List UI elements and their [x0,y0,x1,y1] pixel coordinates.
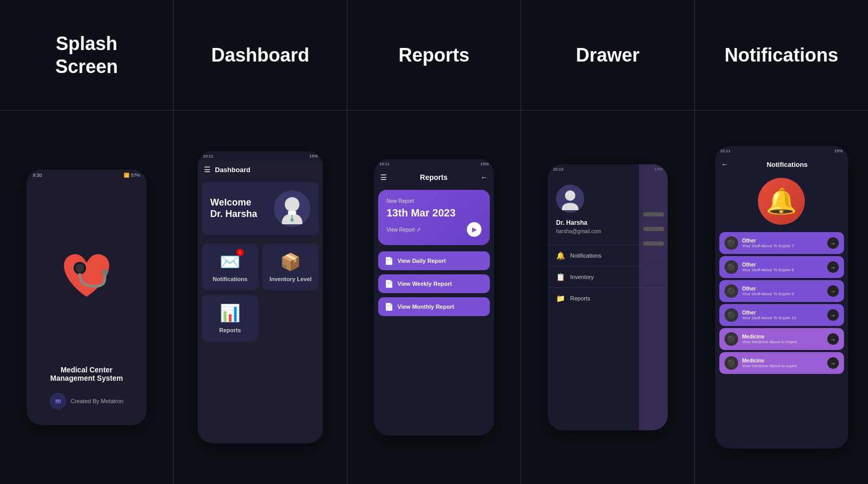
notif-phone-time: 10:11 [720,149,731,153]
heart-stethoscope-icon [53,245,120,312]
svg-point-2 [102,269,108,275]
notif-arrow-8[interactable]: → [827,261,839,273]
notif-title-9: Other [742,286,823,292]
reports-title: Reports [420,173,448,182]
dashboard-welcome-card: Welcome Dr. Harsha [202,182,319,235]
hamburger-icon[interactable]: ☰ [204,165,211,174]
splash-footer: m Created By Metatron [50,393,124,409]
weekly-report-button[interactable]: 📄 View Weekly Report [378,274,490,293]
splash-cell: 9:30 📶 57% M [0,111,174,484]
dashboard-card-inventory[interactable]: 📦 Inventory Level [262,244,319,291]
doctor-avatar [274,190,310,227]
reports-time: 10:11 [379,162,390,166]
drawer-doctor-email: harsha@gmail.com [556,228,601,234]
doctor-avatar-svg [276,193,308,224]
splash-app-title: Medical Center Management System [50,366,123,382]
splash-icon-area [53,191,120,366]
reports-icon: 📊 [220,303,240,323]
content-row: 9:30 📶 57% M [0,111,868,484]
header-drawer: Drawer [521,0,695,110]
notification-item-medicine-2[interactable]: ⚫ Medicine Your Medicine About to expire… [719,352,844,374]
notif-avatar-9: ⚫ [725,284,738,298]
header-splash-label: SplashScreen [55,32,118,77]
dashboard-time: 10:11 [203,154,213,159]
splash-statusbar: 9:30 📶 57% [27,170,147,181]
notifications-card-label: Notifications [213,276,248,282]
dashboard-topbar: ☰ Dashboard [198,161,323,178]
notif-text-8: Other Your Stuff About To Expire 8 [742,262,823,272]
notifications-list: ⚫ Other Your Stuff About To Expire 7 → ⚫… [715,230,848,449]
welcome-heading: Welcome Dr. Harsha [210,197,257,220]
notif-phone-battery: 15% [834,149,842,153]
notification-item-10[interactable]: ⚫ Other Your Stuff About To Expire 10 → [719,304,844,326]
monthly-report-icon: 📄 [384,302,393,311]
dashboard-cell: 10:11 15% ☰ Dashboard Welcome Dr. Harsha [174,111,347,484]
daily-report-button[interactable]: 📄 View Daily Report [378,251,490,270]
monthly-report-label: View Monthly Report [397,304,454,310]
reports-phone: 10:11 15% ☰ Reports ← New Report 13th Ma… [374,159,494,435]
notifications-phone: 10:11 15% ← Notifications 🔔 ⚫ Other Your… [715,146,848,449]
bell-icon-circle: 🔔 [758,178,805,225]
notifications-back-button[interactable]: ← [721,160,729,168]
notif-avatar-10: ⚫ [725,308,738,322]
notif-text-9: Other Your Stuff About To Expire 9 [742,286,823,296]
splash-time: 9:30 [33,173,42,178]
splash-phone: 9:30 📶 57% M [27,170,147,425]
notif-text-med2: Medicine Your Medicine About to expire [742,358,823,368]
notif-sub-med2: Your Medicine About to expire [742,364,823,368]
notif-sub-7: Your Stuff About To Expire 7 [742,244,823,248]
header-row: SplashScreen Dashboard Reports Drawer No… [0,0,868,111]
splash-icons: 📶 57% [124,173,140,178]
dashboard-statusbar: 10:11 15% [198,151,323,161]
drawer-cell: 10:12 13% Dr. Harsha harsha@gmail.com 🔔 … [521,111,695,484]
notif-arrow-med2[interactable]: → [827,357,839,369]
splash-body: Medical Center Management System m Creat… [27,181,147,425]
dashboard-card-reports[interactable]: 📊 Reports [202,295,258,342]
view-report-link[interactable]: View Report ↗ [387,227,420,233]
inventory-card-label: Inventory Level [270,276,312,282]
header-dashboard-label: Dashboard [211,44,309,66]
dashboard-title: Dashboard [215,166,250,174]
play-button[interactable]: ▶ [467,222,481,237]
notifications-screen-title: Notifications [733,161,842,168]
back-arrow-icon[interactable]: ← [480,173,488,182]
report-date: 13th Mar 2023 [387,207,481,219]
notif-text-7: Other Your Stuff About To Expire 7 [742,238,823,248]
drawer-phone: 10:12 13% Dr. Harsha harsha@gmail.com 🔔 … [548,164,668,430]
reports-cell: 10:11 15% ☰ Reports ← New Report 13th Ma… [347,111,521,484]
notif-arrow-7[interactable]: → [827,237,839,249]
monthly-report-button[interactable]: 📄 View Monthly Report [378,297,490,316]
header-splash: SplashScreen [0,0,174,110]
header-reports-label: Reports [399,44,469,66]
drawer-doctor-avatar [556,185,584,213]
svg-point-1 [76,264,84,272]
weekly-report-icon: 📄 [384,280,393,288]
notif-sub-med1: Your Medicine About to expire [742,340,823,344]
drawer-overlay [639,164,668,430]
notification-item-9[interactable]: ⚫ Other Your Stuff About To Expire 9 → [719,280,844,302]
menu-icon[interactable]: ☰ [380,173,387,182]
notif-text-10: Other Your Stuff About To Expire 10 [742,310,823,320]
splash-created-text: Created By Metatron [70,398,124,404]
dashboard-card-notifications[interactable]: 1 ✉️ Notifications [202,244,258,291]
notification-item-8[interactable]: ⚫ Other Your Stuff About To Expire 8 → [719,256,844,278]
svg-point-7 [565,190,575,201]
reports-new-card[interactable]: New Report 13th Mar 2023 View Report ↗ ▶ [378,190,490,245]
notif-avatar-med1: ⚫ [725,332,738,346]
daily-report-label: View Daily Report [397,258,446,264]
notif-title-med1: Medicine [742,334,823,340]
notif-arrow-9[interactable]: → [827,285,839,297]
notif-arrow-10[interactable]: → [827,309,839,321]
notif-avatar-med2: ⚫ [725,356,738,370]
drawer-inventory-icon: 📋 [556,273,565,281]
header-dashboard: Dashboard [174,0,347,110]
notif-text-med1: Medicine Your Medicine About to expire [742,334,823,344]
notification-item-7[interactable]: ⚫ Other Your Stuff About To Expire 7 → [719,232,844,254]
drawer-notifications-icon: 🔔 [556,251,565,260]
header-notifications: Notifications [695,0,868,110]
notification-item-medicine-1[interactable]: ⚫ Medicine Your Medicine About to expire… [719,328,844,350]
notif-avatar-8: ⚫ [725,260,738,274]
notification-badge: 1 [236,249,244,256]
drawer-notifications-label: Notifications [570,252,601,259]
notif-arrow-med1[interactable]: → [827,333,839,345]
